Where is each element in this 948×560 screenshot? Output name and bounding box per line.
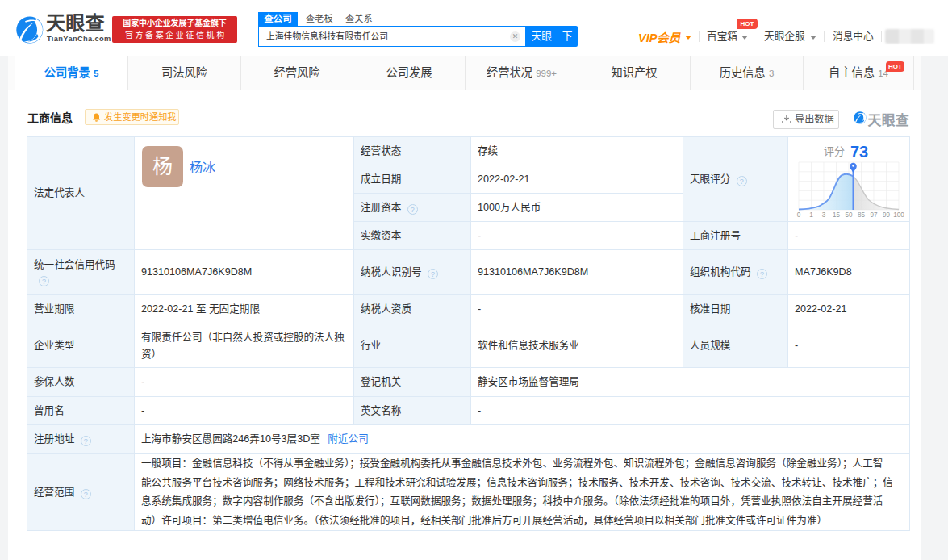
svg-text:15: 15 bbox=[833, 211, 841, 219]
svg-text:0: 0 bbox=[797, 211, 801, 219]
svg-text:97: 97 bbox=[870, 211, 878, 219]
svg-text:50: 50 bbox=[845, 211, 853, 219]
svg-text:评分: 评分 bbox=[824, 145, 845, 157]
svg-text:1: 1 bbox=[809, 211, 813, 219]
svg-text:100: 100 bbox=[893, 211, 904, 219]
svg-text:73: 73 bbox=[850, 143, 868, 161]
svg-text:85: 85 bbox=[858, 211, 866, 219]
svg-text:99: 99 bbox=[883, 211, 891, 219]
svg-text:3: 3 bbox=[822, 211, 826, 219]
